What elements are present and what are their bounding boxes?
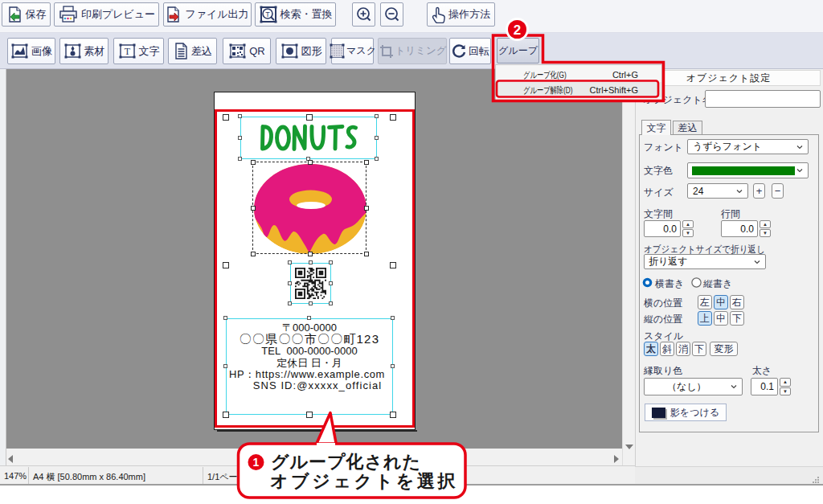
svg-text:1: 1	[253, 456, 260, 469]
svg-text:オブジェクトを選択: オブジェクトを選択	[270, 471, 458, 491]
svg-text:グループ化された: グループ化された	[271, 452, 421, 472]
svg-text:2: 2	[514, 23, 521, 38]
